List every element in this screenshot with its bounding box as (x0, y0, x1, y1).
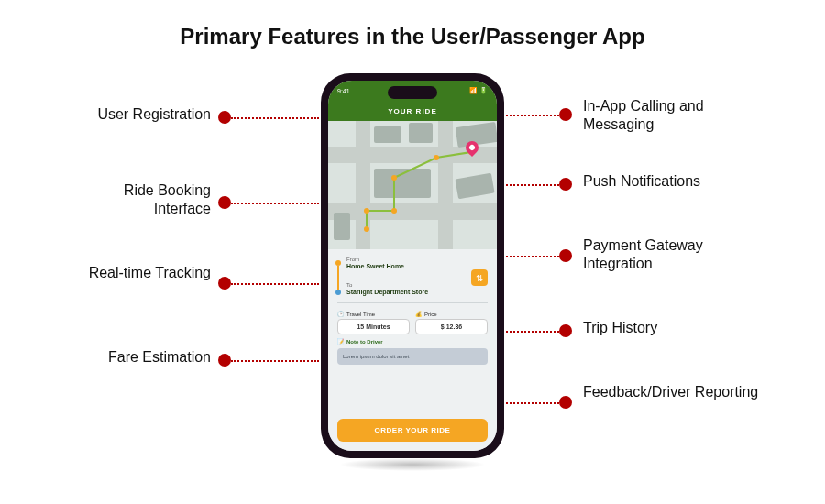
svg-point-1 (364, 208, 369, 214)
price-metric: 💰 Price $ 12.36 (415, 311, 488, 334)
feature-fare-estimation: Fare Estimation (64, 348, 211, 367)
phone-notch (388, 86, 437, 99)
callout-connector (506, 115, 559, 116)
swap-icon: ⇅ (476, 273, 483, 283)
note-input[interactable]: Lorem ipsum dolor sit amet (337, 348, 488, 365)
feature-realtime-tracking: Real-time Tracking (64, 264, 211, 282)
callout-connector (231, 117, 319, 119)
travel-time-label: Travel Time (346, 312, 375, 317)
clock-icon: 🕑 (337, 311, 344, 317)
app-bar-title: YOUR RIDE (328, 101, 497, 121)
to-dot-icon (336, 290, 341, 295)
price-icon: 💰 (415, 311, 422, 317)
note-icon: 📝 (337, 338, 344, 345)
swap-locations-button[interactable]: ⇅ (471, 269, 488, 286)
feature-feedback-reporting: Feedback/Driver Reporting (583, 383, 766, 401)
svg-point-3 (391, 175, 397, 181)
callout-connector (506, 331, 559, 333)
callout-dot-icon (218, 111, 231, 124)
order-ride-button[interactable]: ORDER YOUR RIDE (337, 419, 488, 442)
status-time: 9:41 (337, 88, 350, 94)
feature-payment-gateway: Payment Gateway Integration (583, 236, 766, 273)
note-label: Note to Driver (346, 339, 383, 345)
callout-dot-icon (218, 277, 231, 290)
price-label: Price (424, 312, 437, 317)
callout-dot-icon (218, 196, 231, 209)
travel-time-metric: 🕑 Travel Time 15 Minutes (337, 311, 410, 334)
svg-point-0 (364, 226, 369, 232)
price-value: $ 12.36 (415, 319, 488, 334)
from-value: Home Sweet Home (346, 263, 488, 269)
callout-connector (231, 283, 319, 285)
callout-dot-icon (559, 178, 572, 191)
feature-in-app-calling: In-App Calling and Messaging (583, 97, 766, 134)
feature-user-registration: User Registration (64, 105, 211, 124)
from-location[interactable]: From Home Sweet Home (346, 257, 488, 269)
page-title: Primary Features in the User/Passenger A… (0, 24, 825, 49)
feature-trip-history: Trip History (583, 319, 766, 337)
ride-panel: From Home Sweet Home ⇅ To Starlight Depa… (328, 249, 497, 451)
callout-connector (506, 256, 559, 257)
map-view[interactable] (328, 121, 497, 249)
from-label: From (346, 257, 488, 262)
callout-connector (231, 360, 319, 362)
feature-push-notifications: Push Notifications (583, 172, 766, 191)
callout-dot-icon (559, 249, 572, 262)
callout-dot-icon (218, 354, 231, 367)
location-connector-line (337, 266, 339, 290)
callout-connector (506, 184, 559, 186)
travel-time-value: 15 Minutes (337, 319, 410, 334)
callout-dot-icon (559, 324, 572, 337)
feature-ride-booking: Ride Booking Interface (64, 181, 211, 218)
callout-connector (231, 203, 319, 204)
to-value: Starlight Department Store (346, 289, 488, 295)
callout-dot-icon (559, 108, 572, 121)
callout-connector (506, 402, 559, 404)
to-location[interactable]: To Starlight Department Store (346, 282, 488, 295)
svg-point-4 (434, 155, 439, 160)
svg-point-2 (391, 208, 397, 214)
phone-screen: 9:41 📶 🔋 YOUR RIDE (328, 81, 497, 451)
divider (337, 302, 488, 303)
phone-mockup: 9:41 📶 🔋 YOUR RIDE (321, 73, 504, 458)
to-label: To (346, 282, 488, 288)
callout-dot-icon (559, 396, 572, 409)
status-icons: 📶 🔋 (469, 87, 488, 94)
